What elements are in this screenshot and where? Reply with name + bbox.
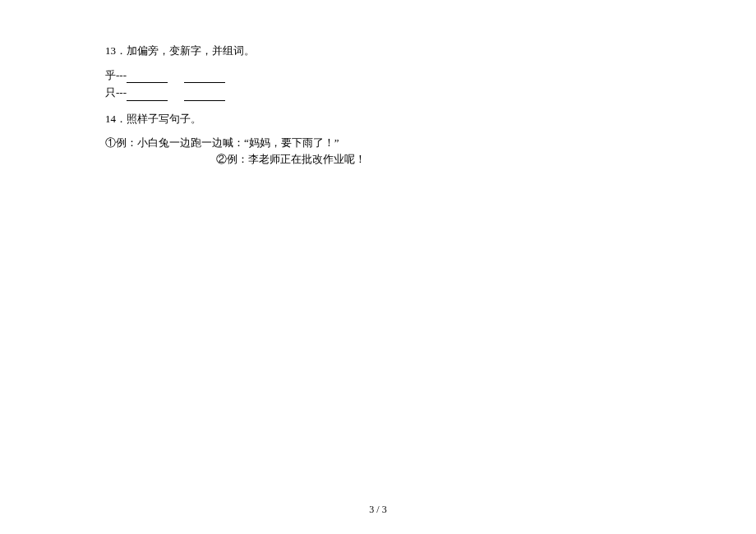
q13-row-2: 只--- xyxy=(105,85,657,101)
q14-example-1: ①例：小白兔一边跑一边喊：“妈妈，要下雨了！” xyxy=(105,135,657,151)
q13-row-1-sep: --- xyxy=(116,69,127,81)
fill-blank xyxy=(184,90,225,101)
document-content: 13．加偏旁，变新字，并组词。 乎--- 只--- 14．照样子写句子。 ①例：… xyxy=(0,0,756,167)
question-14-title: 14．照样子写句子。 xyxy=(105,111,657,127)
fill-blank xyxy=(127,71,168,83)
q14-label: 14．照样子写句子。 xyxy=(105,113,201,125)
q13-row-2-char: 只 xyxy=(105,86,116,99)
q13-row-1: 乎--- xyxy=(105,67,657,84)
page-footer: 3 / 3 xyxy=(0,504,756,516)
q13-label: 13．加偏旁，变新字，并组词。 xyxy=(105,44,255,57)
q14-examples: ①例：小白兔一边跑一边喊：“妈妈，要下雨了！” ②例：李老师正在批改作业呢！ xyxy=(105,135,657,167)
page-number: 3 / 3 xyxy=(369,504,386,515)
fill-blank xyxy=(184,71,225,83)
q14-example-2: ②例：李老师正在批改作业呢！ xyxy=(105,151,657,168)
fill-blank xyxy=(127,90,168,101)
q13-row-1-char: 乎 xyxy=(105,69,116,81)
q13-row-2-sep: --- xyxy=(116,86,127,99)
question-13-title: 13．加偏旁，变新字，并组词。 xyxy=(105,43,657,59)
